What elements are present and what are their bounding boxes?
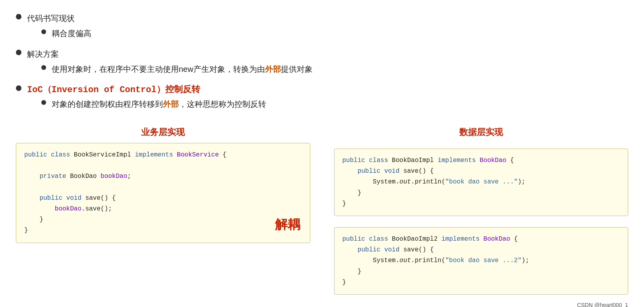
bullet-item-3: IoC（Inversion of Control）控制反转 对象的创建控制权由程… bbox=[16, 83, 628, 114]
sub-item-3-1: 对象的创建控制权由程序转移到外部，这种思想称为控制反转 bbox=[41, 98, 266, 110]
dao2-line2: public void save() { bbox=[342, 245, 620, 255]
service-line5: public void save() { bbox=[24, 193, 302, 204]
sub-text-2-1: 使用对象时，在程序中不要主动使用new产生对象，转换为由外部提供对象 bbox=[52, 63, 313, 75]
sub-dot-1-1 bbox=[41, 29, 46, 34]
sub-item-2-1: 使用对象时，在程序中不要主动使用new产生对象，转换为由外部提供对象 bbox=[41, 63, 313, 75]
service-line8: } bbox=[24, 225, 302, 236]
dao1-line2: public void save() { bbox=[342, 166, 620, 177]
dao-title: 数据层实现 bbox=[334, 126, 629, 138]
service-line4 bbox=[24, 182, 302, 193]
service-line7: } bbox=[24, 214, 302, 225]
bullet-dot-2 bbox=[16, 50, 21, 55]
sub-list-3: 对象的创建控制权由程序转移到外部，这种思想称为控制反转 bbox=[41, 98, 266, 110]
bullet-item-2: 解决方案 使用对象时，在程序中不要主动使用new产生对象，转换为由外部提供对象 bbox=[16, 48, 628, 79]
dao1-line5: } bbox=[342, 199, 620, 209]
service-line2 bbox=[24, 160, 302, 171]
dao2-line1: public class BookDaoImpl2 implements Boo… bbox=[342, 234, 620, 245]
service-line3: private BookDao bookDao; bbox=[24, 171, 302, 182]
dao2-line5: } bbox=[342, 277, 620, 288]
code-section: 业务层实现 public class BookServiceImpl imple… bbox=[16, 126, 628, 295]
service-line6: bookDao.save(); bbox=[24, 204, 302, 214]
service-title: 业务层实现 bbox=[16, 126, 310, 138]
sub-item-1-1: 耦合度偏高 bbox=[41, 27, 91, 40]
dao-code-box-1: public class BookDaoImpl implements Book… bbox=[334, 149, 629, 216]
main-bullet-list: 代码书写现状 耦合度偏高 解决方案 使用对象时，在程序中不要主动使用new产生对… bbox=[16, 12, 628, 114]
bullet-text-2: 解决方案 bbox=[27, 50, 59, 58]
bullet-dot-1 bbox=[16, 14, 21, 19]
sub-text-1-1: 耦合度偏高 bbox=[52, 27, 91, 40]
bullet-dot-3 bbox=[16, 85, 21, 91]
service-line1: public class BookServiceImpl implements … bbox=[24, 150, 302, 160]
sub-dot-2-1 bbox=[41, 65, 46, 70]
service-code-box: public class BookServiceImpl implements … bbox=[16, 143, 310, 243]
sub-list-1: 耦合度偏高 bbox=[41, 27, 91, 40]
ioc-label: IoC（Inversion of Control）控制反转 bbox=[27, 85, 200, 95]
sub-dot-3-1 bbox=[41, 100, 46, 105]
service-panel: 业务层实现 public class BookServiceImpl imple… bbox=[16, 126, 310, 295]
dao2-line3: System.out.println("book dao save ...2")… bbox=[342, 255, 620, 266]
dao-code-box-2: public class BookDaoImpl2 implements Boo… bbox=[334, 227, 629, 295]
bullet-item-1: 代码书写现状 耦合度偏高 bbox=[16, 12, 628, 44]
dao2-line4: } bbox=[342, 266, 620, 277]
dao1-line1: public class BookDaoImpl implements Book… bbox=[342, 155, 620, 166]
dao1-line3: System.out.println("book dao save ..."); bbox=[342, 177, 620, 187]
dao1-line4: } bbox=[342, 188, 620, 199]
sub-list-2: 使用对象时，在程序中不要主动使用new产生对象，转换为由外部提供对象 bbox=[41, 63, 313, 75]
dao-panels: 数据层实现 public class BookDaoImpl implement… bbox=[334, 126, 629, 295]
jieou-label: 解耦 bbox=[275, 214, 300, 235]
sub-text-3-1: 对象的创建控制权由程序转移到外部，这种思想称为控制反转 bbox=[52, 98, 266, 110]
bullet-text-1: 代码书写现状 bbox=[27, 14, 75, 23]
footer-text: CSDN @heart000_1 bbox=[16, 302, 628, 307]
